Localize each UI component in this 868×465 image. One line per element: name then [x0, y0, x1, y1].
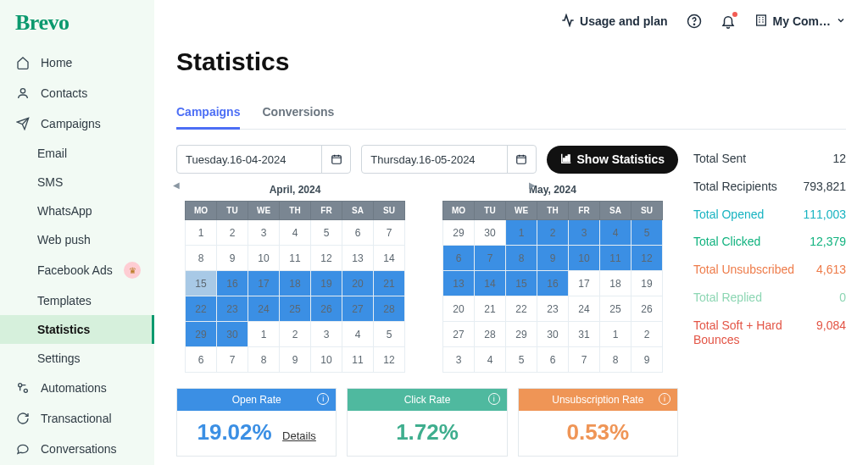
cal-day[interactable]: 2 — [280, 322, 311, 347]
cal-day[interactable]: 8 — [186, 246, 217, 271]
cal-day[interactable]: 10 — [248, 246, 280, 271]
cal-day[interactable]: 3 — [248, 220, 280, 246]
sub-statistics[interactable]: Statistics — [0, 315, 154, 344]
cal-day[interactable]: 20 — [443, 296, 475, 322]
date-from-input[interactable]: Tuesday.16-04-2024 — [176, 145, 351, 174]
cal-day[interactable]: 30 — [217, 322, 248, 347]
cal-day[interactable]: 9 — [280, 347, 311, 373]
nav-home[interactable]: Home — [0, 47, 154, 78]
cal-day[interactable]: 16 — [537, 271, 569, 296]
cal-day[interactable]: 31 — [569, 322, 600, 347]
cal-day[interactable]: 20 — [342, 271, 374, 296]
cal-day[interactable]: 14 — [475, 271, 506, 296]
usage-plan-link[interactable]: Usage and plan — [561, 14, 667, 30]
cal-day[interactable]: 6 — [186, 347, 217, 373]
cal-day[interactable]: 27 — [342, 296, 374, 322]
sub-email[interactable]: Email — [37, 139, 154, 168]
tab-campaigns[interactable]: Campaigns — [176, 97, 240, 130]
nav-contacts[interactable]: Contacts — [0, 78, 154, 108]
cal-day[interactable]: 13 — [443, 271, 475, 296]
date-to-input[interactable]: Thursday.16-05-2024 — [361, 145, 536, 174]
show-statistics-button[interactable]: Show Statistics — [547, 146, 678, 174]
cal-day[interactable]: 14 — [374, 246, 405, 271]
cal-day[interactable]: 21 — [374, 271, 405, 296]
details-link[interactable]: Details — [282, 429, 316, 442]
cal-day[interactable]: 24 — [569, 296, 600, 322]
sub-webpush[interactable]: Web push — [37, 225, 154, 254]
cal-day[interactable]: 4 — [342, 322, 374, 347]
cal-day[interactable]: 29 — [443, 220, 475, 246]
cal-day[interactable]: 16 — [217, 271, 248, 296]
cal-day[interactable]: 8 — [506, 246, 537, 271]
cal-day[interactable]: 23 — [217, 296, 248, 322]
cal-day[interactable]: 17 — [569, 271, 600, 296]
cal-day[interactable]: 18 — [280, 271, 311, 296]
sub-settings[interactable]: Settings — [37, 344, 154, 373]
cal-day[interactable]: 2 — [632, 322, 663, 347]
cal-day[interactable]: 7 — [217, 347, 248, 373]
cal-day[interactable]: 24 — [248, 296, 280, 322]
cal-day[interactable]: 26 — [632, 296, 663, 322]
sub-sms[interactable]: SMS — [37, 168, 154, 197]
cal-day[interactable]: 8 — [600, 347, 632, 373]
cal-day[interactable]: 8 — [248, 347, 280, 373]
nav-conversations[interactable]: Conversations — [0, 434, 154, 464]
cal-day[interactable]: 6 — [537, 347, 569, 373]
cal-day[interactable]: 17 — [248, 271, 280, 296]
cal-day[interactable]: 12 — [311, 246, 342, 271]
help-icon[interactable] — [687, 14, 702, 29]
info-icon[interactable]: i — [659, 393, 670, 405]
calendar-icon[interactable] — [321, 146, 350, 173]
cal-day[interactable]: 30 — [475, 220, 506, 246]
cal-day[interactable]: 5 — [632, 220, 663, 246]
tab-conversions[interactable]: Conversions — [262, 97, 334, 129]
cal-day[interactable]: 23 — [537, 296, 569, 322]
company-menu[interactable]: My Com… — [754, 14, 846, 30]
cal-day[interactable]: 30 — [537, 322, 569, 347]
sub-templates[interactable]: Templates — [37, 286, 154, 315]
cal-day[interactable]: 9 — [217, 246, 248, 271]
info-icon[interactable]: i — [317, 393, 329, 405]
cal-day[interactable]: 22 — [186, 296, 217, 322]
cal-day[interactable]: 1 — [186, 220, 217, 246]
cal-day[interactable]: 2 — [537, 220, 569, 246]
cal-day[interactable]: 6 — [342, 220, 374, 246]
cal-day[interactable]: 3 — [443, 347, 475, 373]
cal-day[interactable]: 6 — [443, 246, 475, 271]
cal-day[interactable]: 2 — [217, 220, 248, 246]
cal-day[interactable]: 10 — [311, 347, 342, 373]
cal-day[interactable]: 3 — [311, 322, 342, 347]
cal-day[interactable]: 11 — [600, 246, 632, 271]
cal-day[interactable]: 7 — [569, 347, 600, 373]
cal-day[interactable]: 10 — [569, 246, 600, 271]
nav-transactional[interactable]: Transactional — [0, 403, 154, 434]
cal-day[interactable]: 5 — [374, 322, 405, 347]
cal-next[interactable]: ▶ — [529, 180, 682, 190]
cal-day[interactable]: 28 — [374, 296, 405, 322]
cal-day[interactable]: 19 — [311, 271, 342, 296]
cal-day[interactable]: 9 — [537, 246, 569, 271]
cal-day[interactable]: 12 — [632, 246, 663, 271]
cal-day[interactable]: 21 — [475, 296, 506, 322]
cal-day[interactable]: 19 — [632, 271, 663, 296]
cal-day[interactable]: 25 — [600, 296, 632, 322]
cal-day[interactable]: 26 — [311, 296, 342, 322]
notifications-icon[interactable] — [721, 14, 736, 29]
cal-day[interactable]: 5 — [311, 220, 342, 246]
cal-day[interactable]: 12 — [374, 347, 405, 373]
cal-day[interactable]: 15 — [506, 271, 537, 296]
sub-fbads[interactable]: Facebook Ads ♛ — [37, 254, 154, 286]
cal-day[interactable]: 11 — [280, 246, 311, 271]
sub-whatsapp[interactable]: WhatsApp — [37, 197, 154, 225]
cal-day[interactable]: 4 — [280, 220, 311, 246]
cal-day[interactable]: 29 — [506, 322, 537, 347]
cal-day[interactable]: 3 — [569, 220, 600, 246]
cal-prev[interactable]: ◀ — [173, 180, 180, 190]
cal-day[interactable]: 5 — [506, 347, 537, 373]
cal-day[interactable]: 28 — [475, 322, 506, 347]
cal-day[interactable]: 4 — [475, 347, 506, 373]
cal-day[interactable]: 9 — [632, 347, 663, 373]
cal-day[interactable]: 22 — [506, 296, 537, 322]
nav-automations[interactable]: Automations — [0, 373, 154, 403]
cal-day[interactable]: 4 — [600, 220, 632, 246]
